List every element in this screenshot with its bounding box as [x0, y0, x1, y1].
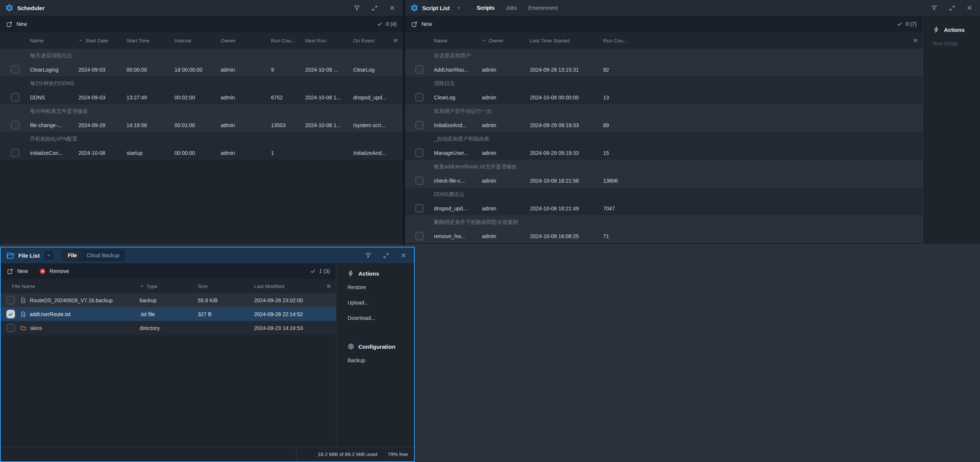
column-menu-icon[interactable] — [390, 38, 403, 43]
table-row[interactable]: ClearLoging 2024-09-03 00:00:00 1d 00:00… — [0, 63, 403, 76]
tab-jobs[interactable]: Jobs — [501, 3, 522, 13]
row-checkbox[interactable] — [6, 296, 15, 305]
row-checkbox[interactable] — [6, 324, 15, 332]
row-checkbox[interactable] — [415, 93, 424, 102]
script-list-toolbar: New 0 (7) — [405, 16, 923, 32]
tab-scripts[interactable]: Scripts — [472, 3, 499, 13]
action-download[interactable]: Download... — [348, 315, 410, 321]
column-header-size[interactable]: Size — [198, 284, 254, 289]
row-checkbox[interactable] — [415, 176, 424, 185]
row-checkbox[interactable] — [415, 149, 424, 157]
column-header-last-modified[interactable]: Last Modified — [254, 284, 322, 289]
table-row[interactable]: AddUserRou... admin 2024-09-28 13:15:31 … — [405, 63, 923, 76]
table-row-comment[interactable]: 删除特定条件下的路由和防火墙规则 — [405, 215, 923, 229]
column-header-owner[interactable]: Owner — [482, 38, 530, 43]
column-header-owner[interactable]: Owner — [221, 38, 271, 43]
tab-cloud-backup[interactable]: Cloud Backup — [82, 251, 124, 260]
row-checkbox[interactable] — [415, 204, 424, 213]
table-row-comment[interactable]: 清除日志 — [405, 76, 923, 90]
column-header-on-event[interactable]: On Event — [353, 38, 390, 43]
new-icon — [6, 21, 13, 28]
table-row-comment[interactable]: 开机初始化VPN配置 — [0, 132, 403, 146]
row-checkbox[interactable] — [415, 121, 424, 129]
table-row[interactable]: check-file-c... admin 2024-10-08 18:21:5… — [405, 174, 923, 187]
row-checkbox[interactable] — [11, 65, 19, 74]
column-header-name[interactable]: Name — [434, 38, 482, 43]
row-checkbox[interactable] — [415, 65, 424, 74]
column-header-run-count[interactable]: Run Cou... — [603, 38, 649, 43]
directory-icon — [20, 325, 27, 331]
file-icon — [20, 311, 26, 318]
close-icon[interactable] — [966, 5, 972, 11]
scheduler-titlebar: Scheduler — [0, 0, 403, 16]
close-icon[interactable] — [401, 252, 406, 258]
tab-environment[interactable]: Environment — [523, 3, 562, 13]
expand-icon[interactable] — [372, 5, 378, 11]
column-header-file-name[interactable]: File Name — [12, 284, 140, 289]
table-row[interactable]: remove_hw... admin 2024-10-08 16:08:25 7… — [405, 229, 923, 243]
hexagon-config-icon — [348, 343, 354, 350]
table-row[interactable]: ManageUser... admin 2024-09-29 09:19:33 … — [405, 146, 923, 160]
action-backup[interactable]: Backup — [348, 357, 410, 364]
table-row-comment[interactable]: DDNS腾讯云 — [405, 187, 923, 202]
new-button[interactable]: New — [7, 268, 28, 275]
row-checkbox[interactable] — [11, 121, 19, 129]
close-icon[interactable] — [389, 5, 395, 11]
chevron-down-icon[interactable] — [454, 3, 463, 13]
table-row[interactable]: addUserRoute.txt .txt file 327 B 2024-09… — [1, 307, 336, 321]
column-header-run-count[interactable]: Run Cou... — [271, 38, 305, 43]
column-header-interval[interactable]: Interval — [175, 38, 221, 43]
gear-icon — [410, 4, 418, 12]
column-header-next-run[interactable]: Next Run — [305, 38, 353, 43]
expand-icon[interactable] — [383, 252, 389, 259]
remove-button[interactable]: Remove — [39, 268, 69, 275]
table-row-comment[interactable]: 每2分钟执行DDNS — [0, 76, 403, 90]
table-row[interactable]: DDNS 2024-09-03 13:27:49 00:02:00 admin … — [0, 90, 403, 104]
column-header-start-time[interactable]: Start Time — [126, 38, 175, 43]
scheduler-window: Scheduler New 0 (4) Name Start Date Star… — [0, 0, 403, 245]
disk-free-text: 79% free — [388, 451, 408, 457]
table-row-comment[interactable]: 检查addUesrRoute.txt文件是否修改 — [405, 160, 923, 174]
table-row[interactable]: RouteOS_20240928_V7.16.backup backup 55.… — [1, 293, 336, 307]
file-list-table-header: File Name Type Size Last Modified — [1, 279, 336, 293]
sort-asc-icon — [482, 38, 487, 43]
column-header-name[interactable]: Name — [30, 38, 78, 43]
filter-icon[interactable] — [931, 5, 938, 11]
column-menu-icon[interactable] — [909, 38, 923, 43]
file-list-actions-panel: Actions Restore Upload... Download... Co… — [336, 263, 414, 447]
table-row[interactable]: file-change-... 2024-09-28 14:18:58 00:0… — [0, 118, 403, 132]
table-row[interactable]: InitializeAnd... admin 2024-09-29 09:19:… — [405, 118, 923, 132]
table-row-comment[interactable]: _自动添加用户和路由表 — [405, 132, 923, 146]
tab-file[interactable]: File — [64, 251, 81, 260]
column-header-start-date[interactable]: Start Date — [78, 38, 126, 43]
table-row-comment[interactable]: 在这里添加用户 — [405, 49, 923, 63]
new-button[interactable]: New — [6, 21, 27, 28]
column-header-type[interactable]: Type — [140, 284, 198, 289]
row-checkbox[interactable] — [415, 232, 424, 240]
table-row[interactable]: skins directory 2024-09-23 14:24:53 — [1, 321, 336, 335]
table-row-comment[interactable]: 添加用户后手动运行一次 — [405, 104, 923, 118]
file-list-tabs: File Cloud Backup — [62, 249, 125, 261]
script-list-window: Script List Scripts Jobs Environment New — [405, 0, 980, 245]
remove-icon — [39, 268, 46, 275]
column-header-last-time-started[interactable]: Last Time Started — [530, 38, 603, 43]
filter-icon[interactable] — [353, 5, 360, 11]
table-row-comment[interactable]: 每天凌晨清除日志 — [0, 49, 403, 63]
new-button[interactable]: New — [411, 21, 432, 28]
action-upload[interactable]: Upload... — [348, 300, 410, 306]
column-menu-icon[interactable] — [322, 284, 336, 289]
row-checkbox[interactable] — [6, 310, 15, 318]
action-restore[interactable]: Restore — [348, 284, 410, 290]
chevron-down-icon[interactable] — [44, 251, 53, 260]
script-list-table-header: Name Owner Last Time Started Run Cou... — [405, 32, 923, 49]
row-checkbox[interactable] — [11, 149, 19, 157]
actions-header: Actions — [348, 270, 410, 277]
table-row[interactable]: dnspod_upd... admin 2024-10-08 18:21:49 … — [405, 202, 923, 215]
filter-icon[interactable] — [365, 252, 372, 259]
action-run-script[interactable]: Run Script — [933, 41, 976, 46]
table-row-comment[interactable]: 每分钟检查文件是否修改 — [0, 104, 403, 118]
table-row[interactable]: ClearLog admin 2024-10-08 00:00:00 13 — [405, 90, 923, 104]
row-checkbox[interactable] — [11, 93, 19, 102]
table-row[interactable]: initializeCon... 2024-10-08 startup 00:0… — [0, 146, 403, 160]
expand-icon[interactable] — [949, 5, 955, 11]
